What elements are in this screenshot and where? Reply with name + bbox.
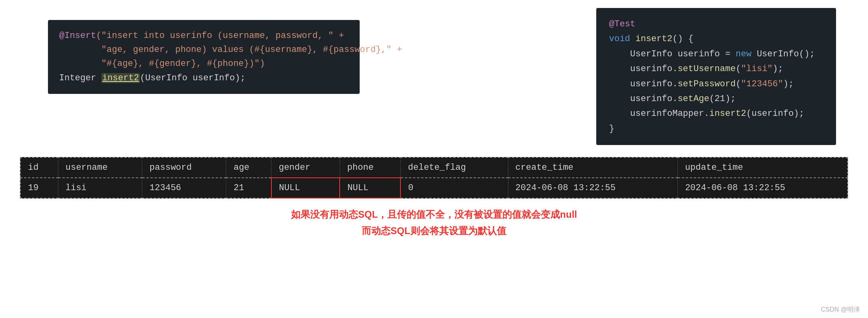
table-section: id username password age gender phone de…	[20, 157, 848, 199]
code-line-2: "age, gender, phone) values (#{username}…	[59, 43, 348, 57]
code-text: UserInfo();	[751, 49, 814, 59]
table-header-row: id username password age gender phone de…	[20, 157, 848, 178]
code-text: }	[609, 124, 614, 134]
col-gender: gender	[271, 157, 340, 178]
col-create-time: create_time	[508, 157, 678, 178]
annotation-part1: 如果没有用动态SQL，且传的值不全，	[291, 209, 454, 220]
annotation-line1: 如果没有用动态SQL，且传的值不全，没有被设置的值就会变成null	[16, 207, 852, 223]
method-token: insert2	[102, 73, 140, 83]
code-block-right: @Test void insert2() { UserInfo userinfo…	[596, 8, 836, 145]
code-text: (	[736, 79, 741, 89]
watermark: CSDN @明泽	[821, 306, 860, 314]
paren-token: () {	[672, 34, 693, 44]
col-id: id	[20, 157, 58, 178]
code-block-left: @Insert("insert into userinfo (username,…	[48, 20, 360, 94]
method-token: insert2	[635, 34, 672, 44]
method-token: setUsername	[678, 64, 736, 74]
code-text: userinfoMapper.	[609, 109, 709, 119]
keyword-token: new	[736, 49, 752, 59]
paren-token: (UserInfo userInfo);	[140, 73, 245, 83]
table-row: 19 lisi 123456 21 NULL NULL 0 2024-06-08…	[20, 178, 848, 198]
col-update-time: update_time	[678, 157, 848, 178]
code-text: userinfo.	[609, 94, 678, 104]
annotation-text: 如果没有用动态SQL，且传的值不全，没有被设置的值就会变成null 而动态SQL…	[16, 207, 852, 239]
method-token: insert2	[709, 109, 746, 119]
keyword-token: void	[609, 34, 635, 44]
string-token: "age, gender, phone) values (#{username}…	[59, 45, 402, 55]
col-password: password	[142, 157, 226, 178]
code-text: (21);	[709, 94, 736, 104]
code-line-1: @Insert("insert into userinfo (username,…	[59, 29, 348, 43]
col-delete-flag: delete_flag	[400, 157, 508, 178]
annotation-line2: 而动态SQL则会将其设置为默认值	[16, 223, 852, 239]
type-token: Integer	[59, 73, 102, 83]
code-line-r2: void insert2() {	[609, 32, 823, 46]
cell-password: 123456	[142, 178, 226, 198]
code-text: );	[772, 64, 783, 74]
code-text: UserInfo userinfo =	[609, 49, 736, 59]
cell-gender-null: NULL	[271, 178, 340, 198]
code-text: userinfo.	[609, 79, 678, 89]
code-line-r3: UserInfo userinfo = new UserInfo();	[609, 47, 823, 62]
code-line-r8: }	[609, 121, 823, 136]
code-text: );	[783, 79, 794, 89]
cell-username: lisi	[58, 178, 142, 198]
code-line-3: "#{age}, #{gender}, #{phone})")	[59, 57, 348, 71]
code-blocks-row: @Insert("insert into userinfo (username,…	[16, 8, 852, 145]
col-phone: phone	[340, 157, 400, 178]
method-token: setAge	[678, 94, 709, 104]
code-text: (	[736, 64, 741, 74]
cell-age: 21	[226, 178, 271, 198]
code-line-r6: userinfo.setAge(21);	[609, 91, 823, 106]
cell-phone-null: NULL	[340, 178, 400, 198]
string-token: ("insert into userinfo (username, passwo…	[96, 31, 344, 41]
method-token: setPassword	[678, 79, 736, 89]
cell-update-time: 2024-06-08 13:22:55	[678, 178, 848, 198]
code-line-r5: userinfo.setPassword("123456");	[609, 77, 823, 91]
code-line-r4: userinfo.setUsername("lisi");	[609, 62, 823, 76]
cell-delete-flag: 0	[400, 178, 508, 198]
annotation-part2: 没有被设置的值就会变成null	[454, 209, 577, 220]
col-username: username	[58, 157, 142, 178]
table-body: 19 lisi 123456 21 NULL NULL 0 2024-06-08…	[20, 178, 848, 198]
main-container: @Insert("insert into userinfo (username,…	[0, 0, 868, 318]
db-table: id username password age gender phone de…	[20, 157, 848, 199]
cell-id: 19	[20, 178, 58, 198]
string-token: "lisi"	[741, 64, 772, 74]
code-text: userinfo.	[609, 64, 678, 74]
string-token: "123456"	[741, 79, 783, 89]
annotation-token: @Test	[609, 19, 635, 29]
code-line-4: Integer insert2(UserInfo userInfo);	[59, 71, 348, 85]
cell-create-time: 2024-06-08 13:22:55	[508, 178, 678, 198]
code-text: (userinfo);	[746, 109, 804, 119]
table-head: id username password age gender phone de…	[20, 157, 848, 178]
annotation-token: @Insert	[59, 31, 96, 41]
code-line-r7: userinfoMapper.insert2(userinfo);	[609, 106, 823, 121]
col-age: age	[226, 157, 271, 178]
code-line-r1: @Test	[609, 17, 823, 32]
string-token: "#{age}, #{gender}, #{phone})")	[59, 59, 265, 69]
